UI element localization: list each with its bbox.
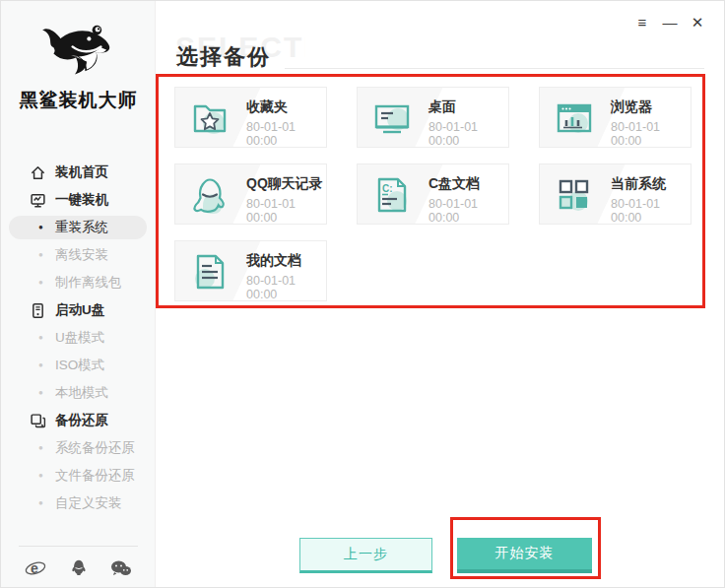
bullet-icon: ● <box>38 472 43 480</box>
card-date: 80-01-01 00:00 <box>611 120 691 148</box>
svg-text:e: e <box>31 560 38 576</box>
sidebar-item-label: 离线安装 <box>55 246 108 264</box>
sidebar-item-offline-install[interactable]: ● 离线安装 <box>1 241 156 269</box>
app-window: 黑鲨装机大师 装机首页 一键装机 ● 重装系统 ● 离线安装 ● 制作离线包 <box>0 0 725 588</box>
start-install-button[interactable]: 开始安装 <box>457 538 592 573</box>
backup-card-qq-history[interactable]: QQ聊天记录 80-01-01 00:00 <box>174 163 327 225</box>
c-drive-document-icon: C: <box>370 173 414 217</box>
desktop-icon <box>370 97 414 140</box>
card-date: 80-01-01 00:00 <box>428 120 508 148</box>
ie-browser-icon[interactable]: e <box>25 558 46 578</box>
card-date: 80-01-01 00:00 <box>246 120 326 148</box>
sidebar-item-boot-usb[interactable]: 启动U盘 <box>1 296 156 324</box>
bullet-icon: ● <box>38 499 43 507</box>
bullet-icon: ● <box>38 279 43 287</box>
card-title: 我的文档 <box>246 251 326 269</box>
sidebar-item-one-click-install[interactable]: 一键装机 <box>1 186 156 214</box>
sidebar-item-label: 自定义安装 <box>55 494 122 512</box>
sidebar-item-label: 系统备份还原 <box>55 439 135 457</box>
sidebar-item-usb-mode[interactable]: ● U盘模式 <box>1 324 156 352</box>
close-icon[interactable]: ✕ <box>687 11 708 33</box>
card-title: 浏览器 <box>611 98 691 115</box>
sidebar-item-file-backup-restore[interactable]: ● 文件备份还原 <box>1 462 156 490</box>
backup-card-desktop[interactable]: 桌面 80-01-01 00:00 <box>357 87 509 148</box>
monitor-icon <box>30 192 46 209</box>
app-name: 黑鲨装机大师 <box>1 88 156 113</box>
bullet-icon: ● <box>38 389 43 397</box>
qq-icon[interactable] <box>68 558 90 578</box>
sidebar-item-label: 一键装机 <box>55 191 108 209</box>
qq-penguin-icon <box>188 173 231 217</box>
sidebar-item-iso-mode[interactable]: ● ISO模式 <box>1 352 156 379</box>
sidebar-footer: e <box>1 555 156 581</box>
sidebar-item-label: 制作离线包 <box>55 274 122 292</box>
page-title: 选择备份 <box>176 42 271 72</box>
sidebar-item-make-offline-package[interactable]: ● 制作离线包 <box>1 269 156 296</box>
wechat-icon[interactable] <box>110 558 132 578</box>
card-title: 桌面 <box>428 98 508 115</box>
previous-step-button[interactable]: 上一步 <box>299 538 432 573</box>
card-title: QQ聊天记录 <box>246 174 326 192</box>
bullet-icon: ● <box>38 361 43 369</box>
sidebar-item-label: 重装系统 <box>55 219 108 236</box>
window-menu-icon[interactable]: ≡ <box>631 11 653 33</box>
backup-cards-grid: 收藏夹 80-01-01 00:00 桌面 80-01-01 00:00 <box>174 87 692 301</box>
bullet-icon: ● <box>38 444 43 452</box>
sidebar-footer-divider <box>19 546 138 547</box>
home-icon <box>30 164 46 181</box>
backup-card-browser[interactable]: 浏览器 80-01-01 00:00 <box>539 87 692 148</box>
sidebar-item-label: ISO模式 <box>55 357 104 374</box>
card-title: C盘文档 <box>428 174 508 192</box>
sidebar-item-reinstall-system[interactable]: ● 重装系统 <box>1 214 156 241</box>
usb-drive-icon <box>30 302 46 319</box>
bullet-icon: ● <box>38 224 43 231</box>
bullet-icon: ● <box>38 251 43 259</box>
card-date: 80-01-01 00:00 <box>428 197 508 225</box>
sidebar-item-label: 备份还原 <box>55 412 108 429</box>
browser-icon <box>553 97 596 140</box>
backup-restore-icon <box>30 413 46 429</box>
card-date: 80-01-01 00:00 <box>611 197 691 225</box>
sidebar-item-home[interactable]: 装机首页 <box>1 159 156 186</box>
card-title: 收藏夹 <box>246 98 326 115</box>
window-controls: ≡ — ✕ <box>631 11 708 33</box>
my-documents-icon <box>188 250 231 294</box>
backup-card-current-system[interactable]: 当前系统 80-01-01 00:00 <box>539 163 692 225</box>
sidebar-item-label: 启动U盘 <box>55 301 104 319</box>
card-date: 80-01-01 00:00 <box>246 197 326 225</box>
sidebar-item-local-mode[interactable]: ● 本地模式 <box>1 379 156 407</box>
sidebar-item-label: 文件备份还原 <box>55 467 135 485</box>
sidebar-item-label: 装机首页 <box>55 163 108 181</box>
backup-card-favorites[interactable]: 收藏夹 80-01-01 00:00 <box>174 87 327 148</box>
minimize-icon[interactable]: — <box>659 11 681 33</box>
sidebar-item-custom-install[interactable]: ● 自定义安装 <box>1 490 156 517</box>
card-title: 当前系统 <box>611 174 691 192</box>
sidebar-item-label: 本地模式 <box>55 384 108 402</box>
sidebar-item-backup-restore[interactable]: 备份还原 <box>1 407 156 434</box>
favorites-folder-icon <box>188 97 231 140</box>
backup-card-my-documents[interactable]: 我的文档 80-01-01 00:00 <box>174 240 327 301</box>
bullet-icon: ● <box>38 334 43 342</box>
sidebar-item-system-backup-restore[interactable]: ● 系统备份还原 <box>1 434 156 462</box>
current-system-icon <box>553 173 596 217</box>
sidebar-menu: 装机首页 一键装机 ● 重装系统 ● 离线安装 ● 制作离线包 启动U盘 <box>1 159 156 517</box>
card-date: 80-01-01 00:00 <box>246 274 326 301</box>
sidebar-item-label: U盘模式 <box>55 329 104 347</box>
title-divider <box>285 68 704 69</box>
backup-card-c-drive-docs[interactable]: C: C盘文档 80-01-01 00:00 <box>357 163 509 225</box>
sidebar: 黑鲨装机大师 装机首页 一键装机 ● 重装系统 ● 离线安装 ● 制作离线包 <box>1 1 156 588</box>
svg-text:C:: C: <box>382 183 393 194</box>
shark-logo <box>39 21 118 84</box>
